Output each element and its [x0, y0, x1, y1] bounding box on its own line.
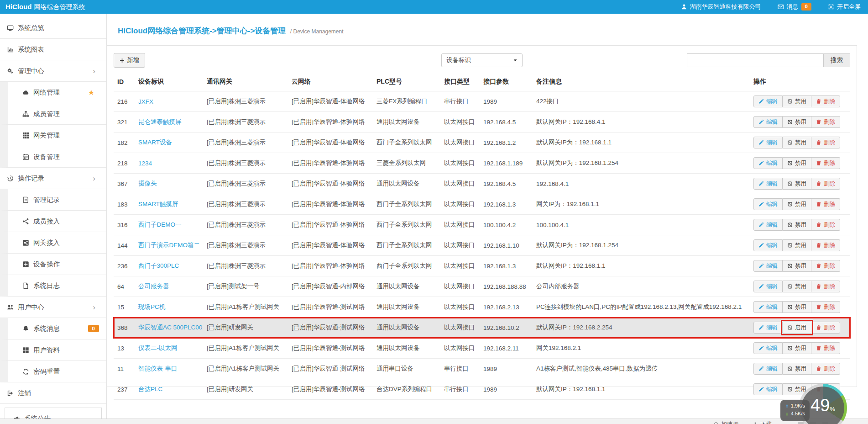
enable-button[interactable]: 启用 — [783, 322, 811, 334]
filter-field-select[interactable]: 设备标识 — [441, 53, 523, 67]
delete-button[interactable]: 删除 — [811, 260, 840, 272]
edit-button[interactable]: 编辑 — [753, 219, 783, 231]
search-input[interactable] — [687, 53, 824, 67]
device-name-link[interactable]: 摄像头 — [138, 180, 157, 187]
messages-link[interactable]: 消息 0 — [778, 3, 811, 11]
interface-type-cell: 串行接口 — [440, 359, 480, 379]
edit-button[interactable]: 编辑 — [753, 383, 783, 395]
delete-button[interactable]: 删除 — [811, 281, 840, 292]
delete-button[interactable]: 删除 — [811, 198, 840, 210]
disable-button[interactable]: 禁用 — [783, 95, 811, 107]
download-item[interactable]: 下载 — [753, 420, 772, 424]
device-name-link[interactable]: SMART触摸屏 — [138, 201, 178, 207]
file-text-icon — [22, 196, 29, 203]
fullscreen-toggle[interactable]: 开启全屏 — [828, 3, 861, 11]
network-speed-widget[interactable]: 1.9K/s 4.5K/s 49 % — [780, 384, 847, 424]
edit-button[interactable]: 编辑 — [753, 157, 783, 169]
accelerator-item[interactable]: 加速器 — [713, 420, 739, 424]
remark-cell: 192.168.4.1 — [533, 174, 747, 194]
delete-button[interactable]: 删除 — [811, 301, 840, 313]
device-name-link[interactable]: 仪表二-以太网 — [138, 344, 178, 351]
disable-button[interactable]: 禁用 — [783, 301, 811, 313]
device-name-link[interactable]: 华辰智通AC 500PLC001 — [138, 324, 203, 331]
disable-button[interactable]: 禁用 — [783, 260, 811, 272]
disable-button[interactable]: 禁用 — [783, 219, 811, 231]
disable-button[interactable]: 禁用 — [783, 137, 811, 148]
sidebar-item-device-operations[interactable]: 设备操作 — [0, 254, 106, 275]
edit-button[interactable]: 编辑 — [753, 137, 783, 148]
device-name-link[interactable]: 智能仪表-串口 — [138, 365, 178, 372]
edit-button[interactable]: 编辑 — [753, 178, 783, 190]
delete-button[interactable]: 删除 — [811, 95, 840, 107]
table-row: 368 华辰智通AC 500PLC001 [已启用]研发网关 [已启用]华辰智通… — [114, 318, 850, 338]
edit-button[interactable]: 编辑 — [753, 363, 783, 375]
envelope-icon — [778, 4, 784, 10]
delete-button[interactable]: 删除 — [811, 137, 840, 148]
edit-button[interactable]: 编辑 — [753, 322, 783, 334]
remark-cell: 公司内部服务器 — [533, 276, 747, 297]
disable-button[interactable]: 禁用 — [783, 198, 811, 210]
sidebar-item-password-reset[interactable]: 密码重置 — [0, 361, 106, 382]
delete-button[interactable]: 删除 — [811, 363, 840, 375]
device-name-link[interactable]: 西门子300PLC — [138, 262, 179, 269]
device-name-link[interactable]: 西门子DEMO一 — [138, 221, 182, 228]
sidebar-item-operation-records[interactable]: 操作记录 › — [0, 168, 106, 189]
sidebar-item-admin-records[interactable]: 管理记录 — [0, 189, 106, 211]
device-name-link[interactable]: JXFX — [138, 98, 153, 105]
add-device-button[interactable]: 新增 — [114, 53, 145, 68]
delete-button[interactable]: 删除 — [811, 219, 840, 231]
edit-button[interactable]: 编辑 — [753, 301, 783, 313]
sidebar-item-gateway-access[interactable]: 网关接入 — [0, 232, 106, 254]
sidebar-item-network-mgmt[interactable]: 网络管理 ★ — [0, 82, 106, 103]
disable-button[interactable]: 禁用 — [783, 157, 811, 169]
sidebar-item-system-messages[interactable]: 系统消息 0 — [0, 318, 106, 339]
interface-param-cell: 192.168.1.189 — [480, 153, 533, 174]
search-button[interactable]: 搜索 — [824, 53, 850, 67]
device-name-link[interactable]: 昆仑通泰触摸屏 — [138, 118, 182, 125]
device-name-link[interactable]: SMART设备 — [138, 139, 172, 146]
sidebar-item-user-profile[interactable]: 用户资料 — [0, 339, 106, 361]
sidebar-item-gateway-mgmt[interactable]: 网关管理 — [0, 125, 106, 146]
device-name-link[interactable]: 台达PLC — [138, 386, 162, 392]
device-name-link[interactable]: 1234 — [138, 160, 152, 167]
sidebar-item-system-logs[interactable]: 系统日志 — [0, 275, 106, 297]
delete-button[interactable]: 删除 — [811, 239, 840, 251]
sidebar-item-system-overview[interactable]: 系统总览 — [0, 17, 106, 39]
disable-button[interactable]: 禁用 — [783, 116, 811, 128]
sidebar-item-member-access[interactable]: 成员接入 — [0, 211, 106, 232]
table-row: 236 西门子300PLC [已启用]株洲三菱演示 [已启用]华辰智通-体验网络… — [114, 256, 850, 276]
edit-button[interactable]: 编辑 — [753, 116, 783, 128]
edit-button[interactable]: 编辑 — [753, 281, 783, 292]
device-name-link[interactable]: 现场PC机 — [138, 303, 165, 310]
sidebar-item-admin-center[interactable]: 管理中心 › — [0, 60, 106, 82]
toolbar: 新增 设备标识 搜索 — [114, 53, 850, 68]
remark-cell: 默认网关IP为：192.168.1.254 — [533, 235, 747, 256]
edit-button[interactable]: 编辑 — [753, 198, 783, 210]
delete-button[interactable]: 删除 — [811, 116, 840, 128]
sidebar-item-member-mgmt[interactable]: 成员管理 — [0, 103, 106, 125]
sidebar-item-device-mgmt[interactable]: 设备管理 — [0, 146, 106, 168]
delete-button[interactable]: 删除 — [811, 342, 840, 354]
device-name-link[interactable]: 公司服务器 — [138, 283, 169, 290]
delete-button[interactable]: 删除 — [811, 178, 840, 190]
edit-button[interactable]: 编辑 — [753, 260, 783, 272]
device-name-link[interactable]: 西门子演示DEMO箱二 — [138, 242, 200, 249]
disable-button[interactable]: 禁用 — [783, 342, 811, 354]
disable-button[interactable]: 禁用 — [783, 239, 811, 251]
delete-button[interactable]: 删除 — [811, 157, 840, 169]
gateway-cell: [已启用]测试架一号 — [203, 276, 288, 297]
disable-button[interactable]: 禁用 — [783, 178, 811, 190]
edit-button[interactable]: 编辑 — [753, 95, 783, 107]
disable-button[interactable]: 禁用 — [783, 363, 811, 375]
company-account-link[interactable]: 湖南华辰智通科技有限公司 — [681, 3, 761, 11]
sidebar-item-system-charts[interactable]: 系统图表 — [0, 39, 106, 60]
users-icon — [7, 304, 14, 311]
plc-model-cell: 通用以太网设备 — [373, 297, 440, 318]
sidebar-item-user-center[interactable]: 用户中心 › — [0, 297, 106, 318]
plc-model-cell: 通用以太网设备 — [373, 318, 440, 338]
edit-button[interactable]: 编辑 — [753, 239, 783, 251]
delete-button[interactable]: 删除 — [811, 322, 840, 334]
disable-button[interactable]: 禁用 — [783, 281, 811, 292]
sidebar-item-logout[interactable]: 注销 — [0, 382, 106, 404]
edit-button[interactable]: 编辑 — [753, 342, 783, 354]
